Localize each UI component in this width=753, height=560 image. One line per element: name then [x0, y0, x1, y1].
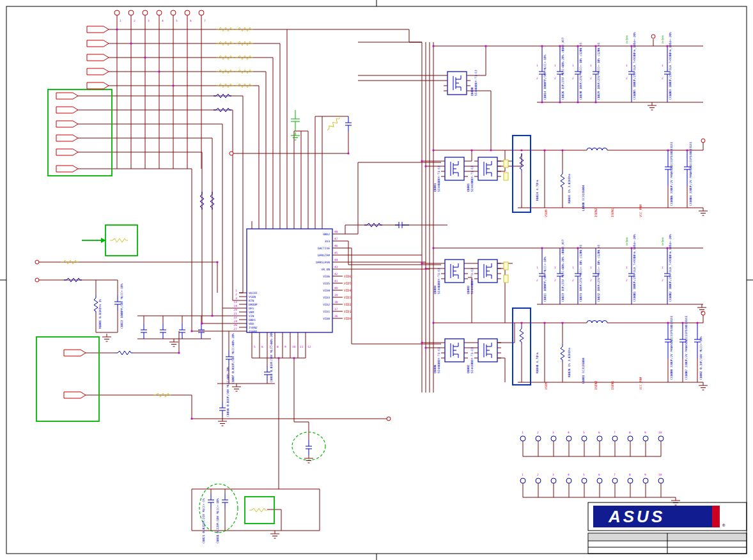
- mosfet-part: SI4488BDY-T1-E3: [437, 268, 440, 294]
- ic-pin-num: 12: [307, 345, 311, 348]
- bottom-terminal: [387, 417, 391, 421]
- ic-pin-num: 6: [261, 345, 263, 348]
- cap-label: C8031 10UF/25V MLCC+-10% c1206_Y5: [579, 244, 583, 302]
- net-label: ISEN1: [611, 380, 614, 390]
- cap-pin: 2: [554, 279, 556, 282]
- net-label: ISEN2: [594, 380, 598, 390]
- ic-pin-name: DROOP: [249, 303, 258, 306]
- ic-pin-num: 41: [334, 279, 338, 283]
- cap-pin: 1: [554, 64, 556, 67]
- header-pin-num: 6: [598, 473, 600, 476]
- cap-pin: 2: [554, 77, 556, 80]
- header-pin-num: 8: [629, 473, 631, 476]
- cap-label: CE8001 100UF/25V ELA_T=9300hm_10Sd+-20%: [633, 234, 637, 302]
- mosfet-q8005: [474, 157, 501, 180]
- mosfet-q8006: [441, 339, 468, 362]
- header-pin-num: 1: [522, 473, 524, 476]
- header-pin-num: 9: [644, 431, 646, 434]
- ic-pin-num: 40: [334, 286, 338, 290]
- pin-number: 5: [176, 19, 178, 22]
- inductor-phase1: [587, 148, 607, 151]
- ic-pin-name: VID6: [323, 275, 330, 278]
- ic-pin-name: VID2: [323, 303, 330, 306]
- ic-pin-name: VID3: [323, 296, 330, 299]
- header-pin-num: 5: [583, 431, 585, 434]
- inductor-label: L8000 EC31IGB04: [582, 185, 585, 211]
- ic-pin-name: DPRSTP#: [318, 254, 330, 257]
- green-capacitor: [291, 110, 300, 131]
- net-label-vid: VID5: [344, 282, 352, 285]
- cap-pin: 2: [572, 279, 574, 282]
- cap-pin: 1: [572, 64, 574, 67]
- mosfet-q8004: [441, 260, 468, 283]
- height-note: b+3mm: [625, 35, 628, 43]
- ic-pin-num: 13: [234, 300, 238, 304]
- cap-pin: 1: [536, 64, 538, 67]
- net-label-vid: VID1: [344, 310, 352, 313]
- pin-number: 7: [204, 19, 206, 22]
- mosfet-ref: Q8000: [470, 87, 474, 96]
- power-terminal: [651, 35, 655, 38]
- resistor-label: R8026 1% 3.65KOhm: [568, 348, 571, 377]
- registered-mark: ®: [722, 523, 726, 528]
- cap-pin: 2: [536, 279, 538, 282]
- title-block: ASUS ®: [588, 502, 747, 554]
- net-label: VCC_PRM: [639, 377, 643, 390]
- ic-pin-num: 36: [334, 315, 338, 318]
- ic-pin-num: 44: [334, 258, 338, 261]
- ic-pin-num: 1: [235, 289, 237, 292]
- left-terminal-1: [35, 260, 39, 264]
- header-pin-num: 8: [629, 431, 631, 434]
- cap-label: CE8003 100UF/25V ELA_T=9300hm_10Sd+-20%: [669, 32, 672, 100]
- ground-green: [291, 132, 300, 140]
- cap-label: C8014 1000PF/50V MLCC+-10%: [543, 54, 547, 100]
- ic-pin-num: 3: [235, 297, 237, 300]
- cap-pin: 1: [554, 266, 556, 269]
- mosfet-part: SI4488BDY-T1-E3: [437, 166, 440, 192]
- mosfet-q8001: [441, 157, 468, 180]
- mosfet-part: SI4430BDY-T1-E3: [470, 268, 474, 294]
- ic-pin-name: RTN: [249, 299, 254, 302]
- cap-pin: 2: [662, 77, 664, 80]
- header-pin-num: 4: [568, 431, 570, 434]
- pin-number: 2: [134, 19, 136, 22]
- mosfet-q8002: [474, 339, 501, 362]
- ic-pin-name: ISEN2: [249, 326, 258, 329]
- pin-number: 4: [162, 19, 164, 22]
- ic-pin-num: 21: [234, 312, 238, 315]
- ic-pin-num: 14: [234, 304, 238, 307]
- mosfet-part: SI4430BDY-T1-E3: [470, 347, 474, 373]
- net-label: VCC_PRM: [639, 205, 643, 217]
- ic-pin-num: 39: [334, 293, 338, 297]
- mosfet-ref: Q8002: [467, 364, 470, 373]
- ic-pin-name: OFS: [249, 307, 254, 310]
- cap-label: CE8006 330UF/2V PANASONICEEFSX0D331XE: [670, 141, 673, 206]
- controller-ic: GND2 3V3 DACTIVE DPRSTP# DPRSLPVR VR_ON …: [234, 229, 352, 348]
- ic-pin-name: VIN: [249, 315, 254, 318]
- cap-pin: 2: [626, 279, 628, 282]
- mosfet-ref: Q8003: [467, 285, 470, 294]
- header-pin-num: 2: [537, 431, 539, 434]
- asus-logo-red-accent: [712, 506, 720, 527]
- header-pin-num: 7: [614, 431, 616, 434]
- net-label: ISEN2: [594, 208, 598, 217]
- phase2-labels: R8040 4.7Ohm R8026 1% 3.65KOhm L8001 EC3…: [536, 315, 703, 390]
- cap-pin: 2: [590, 279, 592, 282]
- cap-pin: 2: [662, 279, 664, 282]
- wires: [39, 15, 703, 531]
- ic-pin-name: 3V3: [325, 240, 330, 243]
- cap-label: CE8007 330UF/2V PANASONICEEFSX0D331XE: [685, 315, 688, 380]
- ic-pin-num: 45: [334, 251, 338, 254]
- cap-label: C8010 0.01UF/50V MLCC+80%-20%: [270, 332, 273, 382]
- ic-pin-num: 24: [234, 320, 238, 323]
- ic-pin-name: GND1: [249, 318, 256, 322]
- header-pin-num: 7: [614, 473, 616, 476]
- mid-terminal: [229, 152, 233, 155]
- mosfet-part: SI4488BDY-T1-E3: [437, 347, 440, 373]
- ic-pin-num: 22: [234, 316, 238, 319]
- connector-pins: [56, 26, 109, 398]
- ic-pin-num: 47: [334, 237, 338, 240]
- header-pin-num: 1: [522, 431, 524, 434]
- ic-pin-name: VID1: [323, 310, 330, 313]
- header-pin-num: 10: [658, 431, 662, 434]
